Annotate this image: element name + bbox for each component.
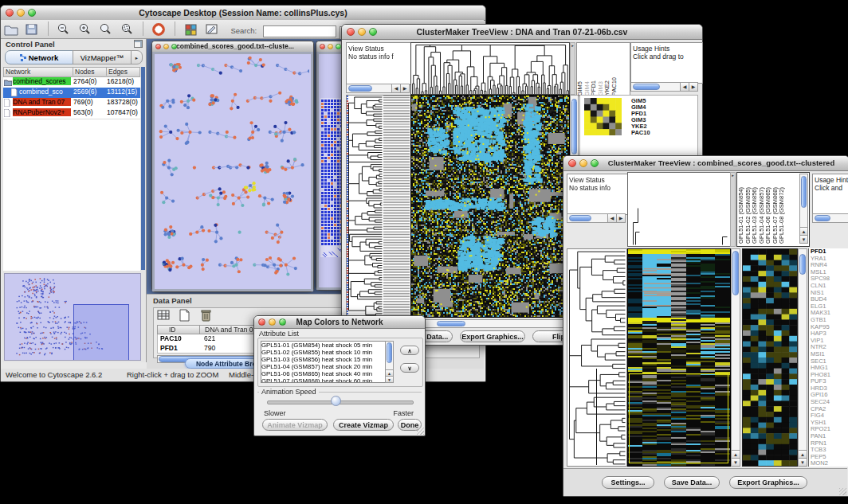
data-col-id[interactable]: ID xyxy=(169,326,176,334)
table-row-selected[interactable]: combined_sco 2569(6) 13112(15) xyxy=(3,88,140,98)
dialog-titlebar[interactable]: Map Colors to Network xyxy=(254,316,425,329)
scroll-down-icon[interactable]: ▼ xyxy=(800,235,807,243)
heatmap-vscrollbar[interactable]: ▲ ▼ xyxy=(731,248,740,467)
col-network[interactable]: Network xyxy=(6,68,30,76)
scrollbar-thumb[interactable] xyxy=(348,85,372,92)
scroll-right-icon[interactable]: ▶ xyxy=(400,84,409,92)
open-file-icon[interactable] xyxy=(3,22,19,37)
table-row[interactable]: RNAPuberNov2+ 563(0) 107847(0) xyxy=(3,108,140,119)
view-status-scrollbar[interactable]: ◀ ▶ xyxy=(346,84,410,93)
network-window1-titlebar[interactable]: combined_scores_good.txt--cluste... xyxy=(152,41,313,53)
save-icon[interactable] xyxy=(24,22,40,37)
scroll-up-icon[interactable]: ▲ xyxy=(800,227,807,235)
scrollbar-thumb[interactable] xyxy=(732,251,739,295)
similarity-matrix-canvas[interactable] xyxy=(584,98,622,135)
list-item[interactable]: GPL51-03 (GSM856) heat shock 15 min xyxy=(261,356,385,363)
zoom-window-icon[interactable] xyxy=(279,318,286,326)
table-row[interactable]: combined_scores 2764(0) 16218(0) xyxy=(3,77,140,88)
export-graphics-button[interactable]: Export Graphics... xyxy=(729,476,807,489)
tab-overflow-icon[interactable]: ▸ xyxy=(131,50,143,64)
close-icon[interactable] xyxy=(6,9,14,17)
network-overview-canvas[interactable] xyxy=(5,274,140,360)
zoom-heatmap-canvas[interactable] xyxy=(742,248,798,467)
scrollbar-thumb[interactable] xyxy=(799,254,806,275)
splitter-arrow[interactable]: ▸ xyxy=(730,172,736,247)
column-dendrogram-canvas[interactable] xyxy=(410,42,570,95)
zoom-in-icon[interactable] xyxy=(77,22,93,37)
close-icon[interactable] xyxy=(258,318,265,326)
tab-vizmapper[interactable]: VizMapper™ xyxy=(73,50,132,64)
usage-hints-scrollbar[interactable]: ◀ ▶ xyxy=(630,82,698,92)
list-item[interactable]: GPL51-04 (GSM857) heat shock 20 min xyxy=(261,363,385,370)
scroll-down-icon[interactable]: ▼ xyxy=(386,376,393,382)
minimize-icon[interactable] xyxy=(163,44,169,49)
minimize-icon[interactable] xyxy=(328,44,333,49)
float-panel-icon[interactable] xyxy=(134,40,143,48)
new-attribute-icon[interactable] xyxy=(177,309,193,323)
heatmap-hscrollbar[interactable] xyxy=(410,319,570,328)
zoom-window-icon[interactable] xyxy=(591,159,599,167)
network-view-1[interactable] xyxy=(152,52,313,291)
minimize-icon[interactable] xyxy=(358,28,366,36)
annotation-icon[interactable] xyxy=(204,22,220,37)
heatmap-canvas[interactable] xyxy=(410,95,570,318)
minimize-icon[interactable] xyxy=(17,9,25,17)
list-item[interactable]: GPL51-01 (GSM854) heat shock 05 min xyxy=(261,342,385,349)
list-item[interactable]: GPL51-02 (GSM855) heat shock 10 min xyxy=(261,349,385,356)
splitter-arrow[interactable]: ▸ xyxy=(570,42,575,95)
zoom-selected-icon[interactable] xyxy=(120,22,135,37)
scroll-right-icon[interactable]: ▶ xyxy=(689,83,697,91)
save-data-button[interactable]: Save Data... xyxy=(664,476,720,489)
table-mode-icon[interactable] xyxy=(156,309,172,323)
animate-vizmap-button[interactable]: Animate Vizmap xyxy=(262,419,328,431)
col-nodes[interactable]: Nodes xyxy=(73,68,95,76)
scrollbar-thumb[interactable] xyxy=(801,176,807,208)
list-item[interactable]: GPL51-08 (GSM872) xyxy=(779,187,786,244)
column-tree-canvas[interactable] xyxy=(627,172,731,247)
scroll-down-icon[interactable]: ▼ xyxy=(732,458,740,466)
scrollbar-thumb[interactable] xyxy=(387,342,392,363)
heatmap-canvas[interactable] xyxy=(627,248,731,467)
scroll-up-icon[interactable]: ▲ xyxy=(799,450,807,458)
zoom-out-icon[interactable] xyxy=(56,22,72,37)
zoom-fit-icon[interactable] xyxy=(98,22,114,37)
delete-attribute-icon[interactable] xyxy=(198,309,214,323)
close-icon[interactable] xyxy=(568,159,576,167)
list-item[interactable]: PAC10 xyxy=(611,77,618,96)
scroll-up-icon[interactable]: ▲ xyxy=(386,369,393,376)
move-down-button[interactable]: ∨ xyxy=(400,363,419,373)
close-icon[interactable] xyxy=(155,44,161,49)
speed-slider-thumb[interactable] xyxy=(331,396,341,406)
settings-button[interactable]: Settings... xyxy=(602,476,654,489)
list-item[interactable]: GPL51-07 (GSM868) heat shock 60 min xyxy=(261,377,385,383)
tab-network[interactable]: Network xyxy=(5,50,73,64)
list-item[interactable]: GPL51-06 (GSM865) heat shock 40 min xyxy=(261,370,385,377)
scrollbar-thumb[interactable] xyxy=(633,84,660,90)
scroll-left-icon[interactable]: ◀ xyxy=(607,214,616,222)
table-row[interactable]: DNA and Tran 07 769(0) 183728(0) xyxy=(3,98,140,108)
close-icon[interactable] xyxy=(320,44,325,49)
export-graphics-button[interactable]: Export Graphics... xyxy=(460,330,525,342)
close-icon[interactable] xyxy=(347,28,355,36)
view-status-scrollbar[interactable]: ◀ ▶ xyxy=(567,213,626,223)
attribute-list-scrollbar[interactable]: ▲ ▼ xyxy=(385,341,394,383)
column-labels-vscrollbar[interactable]: ▲ ▼ xyxy=(799,174,808,244)
scrollbar-thumb[interactable] xyxy=(569,215,591,221)
scroll-left-icon[interactable]: ◀ xyxy=(391,84,400,92)
col-edges[interactable]: Edges xyxy=(106,68,128,76)
scrollbar-thumb[interactable] xyxy=(815,215,830,221)
list-item[interactable]: MON2 xyxy=(809,460,848,467)
network-canvas[interactable] xyxy=(155,54,309,289)
vizmapper-icon[interactable] xyxy=(183,22,199,37)
minimize-icon[interactable] xyxy=(579,159,587,167)
panel-splitter[interactable] xyxy=(141,67,145,270)
scroll-down-icon[interactable]: ▼ xyxy=(799,458,807,466)
network-overview-panel[interactable] xyxy=(4,273,141,361)
help-lifering-icon[interactable] xyxy=(151,22,167,37)
usage-hints-scrollbar[interactable] xyxy=(812,213,848,223)
zoom-window-icon[interactable] xyxy=(28,9,36,17)
main-titlebar[interactable]: Cytoscape Desktop (Session Name: collins… xyxy=(1,6,485,21)
gene-list[interactable]: PFD1YRA1RNR4MSL1SPC98CLN1NIS1BUD4ELG1MAK… xyxy=(808,248,848,467)
zoom-vscrollbar[interactable]: ▲ ▼ xyxy=(798,248,807,467)
resize-grip[interactable] xyxy=(839,488,846,495)
